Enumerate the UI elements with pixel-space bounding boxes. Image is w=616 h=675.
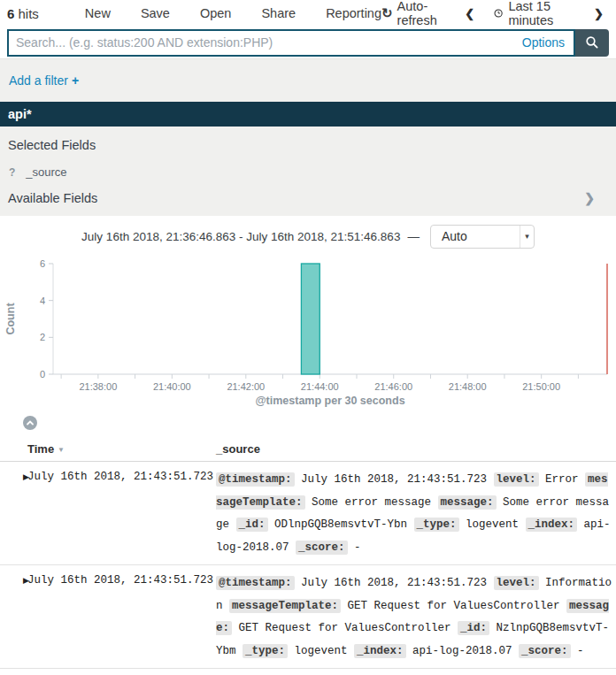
svg-text:4: 4 — [40, 295, 45, 306]
menu-item-share[interactable]: Share — [261, 6, 296, 20]
field-item-source[interactable]: ? _source — [9, 165, 607, 179]
svg-text:21:42:00: 21:42:00 — [227, 381, 265, 392]
field-key-badge: _index: — [526, 518, 578, 532]
document-table: Time▼ _source ▶July 16th 2018, 21:43:51.… — [0, 441, 616, 669]
time-forward-button[interactable]: ❯ — [590, 7, 607, 20]
chevron-up-icon — [26, 418, 35, 427]
hits-label: hits — [19, 6, 39, 21]
svg-text:21:46:00: 21:46:00 — [374, 381, 412, 392]
menu-item-open[interactable]: Open — [200, 6, 231, 20]
available-fields-row: Available Fields ❯ — [8, 191, 607, 205]
svg-text:@timestamp per 30 seconds: @timestamp per 30 seconds — [255, 395, 404, 407]
time-column-label: Time — [27, 442, 54, 456]
table-row: ▶July 16th 2018, 21:43:51.723@timestamp:… — [0, 565, 616, 669]
search-bar: Options — [0, 25, 616, 58]
index-pattern-header[interactable]: api* — [0, 102, 616, 127]
histogram-chart[interactable]: 024621:38:0021:40:0021:42:0021:44:0021:4… — [0, 253, 616, 409]
svg-text:Count: Count — [4, 303, 17, 335]
header-spacer — [0, 442, 27, 456]
row-time: July 16th 2018, 21:43:51.723 — [27, 572, 216, 663]
field-key-badge: _index: — [354, 644, 406, 658]
field-name: _source — [26, 165, 66, 179]
field-key-badge: _id: — [236, 518, 268, 532]
svg-text:6: 6 — [40, 258, 45, 269]
search-icon — [585, 35, 599, 50]
field-key-badge: _type: — [414, 518, 459, 532]
clock-icon — [494, 7, 503, 19]
expand-row-icon[interactable]: ▶ — [0, 469, 27, 559]
add-filter-label: Add a filter — [9, 73, 68, 88]
hits-count: 6 hits — [7, 6, 39, 21]
top-toolbar: 6 hits NewSaveOpenShareReporting ↻ Auto-… — [0, 0, 616, 25]
svg-text:21:50:00: 21:50:00 — [522, 381, 560, 392]
svg-text:21:38:00: 21:38:00 — [79, 381, 117, 392]
app-menu: NewSaveOpenShareReporting — [85, 6, 381, 20]
time-range-text: July 16th 2018, 21:36:46.863 - July 16th… — [81, 230, 400, 243]
table-body: ▶July 16th 2018, 21:43:51.723@timestamp:… — [0, 462, 616, 669]
auto-refresh-label: Auto-refresh — [397, 0, 446, 27]
auto-refresh-button[interactable]: ↻ Auto-refresh — [381, 0, 445, 27]
interval-select[interactable]: Auto ▾ — [430, 225, 535, 249]
field-key-badge: level: — [494, 576, 539, 590]
hits-number: 6 — [7, 6, 14, 21]
row-time: July 16th 2018, 21:43:51.723 — [27, 469, 216, 559]
search-box: Options — [7, 29, 575, 57]
table-row: ▶July 16th 2018, 21:43:51.723@timestamp:… — [0, 462, 616, 565]
column-header-source: _source — [216, 442, 616, 456]
selected-fields-heading: Selected Fields — [8, 138, 607, 152]
options-link[interactable]: Options — [522, 35, 565, 50]
menu-item-new[interactable]: New — [85, 6, 111, 20]
field-key-badge: @timestamp: — [216, 576, 295, 590]
menu-item-save[interactable]: Save — [141, 6, 170, 20]
svg-text:2: 2 — [40, 332, 45, 342]
time-range-label: Last 15 minutes — [508, 0, 574, 27]
search-input[interactable] — [16, 35, 513, 50]
row-source: @timestamp: July 16th 2018, 21:43:51.723… — [216, 469, 616, 559]
field-key-badge: _score: — [296, 541, 348, 555]
column-header-time[interactable]: Time▼ — [27, 442, 216, 456]
add-filter-button[interactable]: Add a filter+ — [9, 73, 79, 88]
svg-text:21:40:00: 21:40:00 — [153, 381, 191, 392]
row-source: @timestamp: July 16th 2018, 21:43:51.723… — [216, 572, 616, 663]
toolbar-right: ↻ Auto-refresh ❮ Last 15 minutes ❯ — [381, 0, 607, 27]
svg-text:21:48:00: 21:48:00 — [449, 381, 487, 392]
fields-panel: Selected Fields ? _source Available Fiel… — [0, 127, 616, 216]
chevron-right-icon[interactable]: ❯ — [584, 191, 595, 205]
refresh-icon: ↻ — [381, 5, 393, 21]
field-key-badge: messageTemplate: — [229, 599, 341, 613]
filter-bar: Add a filter+ — [0, 58, 616, 102]
field-type-icon: ? — [9, 166, 15, 179]
field-key-badge: message: — [438, 495, 497, 510]
dash-separator: — — [407, 230, 420, 243]
field-key-badge: _type: — [243, 644, 288, 658]
field-key-badge: _score: — [519, 644, 571, 658]
table-header: Time▼ _source — [0, 441, 616, 462]
histogram-time-range: July 16th 2018, 21:36:46.863 - July 16th… — [0, 223, 616, 249]
field-key-badge: level: — [494, 472, 539, 487]
search-button[interactable] — [575, 29, 609, 57]
plus-icon: + — [72, 73, 79, 88]
field-key-badge: @timestamp: — [216, 472, 295, 487]
available-fields-heading: Available Fields — [8, 191, 97, 205]
timepicker-button[interactable]: Last 15 minutes — [494, 0, 574, 27]
field-key-badge: _id: — [458, 621, 489, 635]
interval-selected-value: Auto — [431, 229, 520, 243]
svg-text:0: 0 — [40, 369, 45, 380]
menu-item-reporting[interactable]: Reporting — [326, 6, 381, 20]
sort-descending-icon: ▼ — [58, 446, 65, 454]
time-back-button[interactable]: ❮ — [461, 7, 478, 20]
collapse-histogram-button[interactable] — [23, 416, 37, 430]
expand-row-icon[interactable]: ▶ — [0, 572, 27, 663]
svg-text:21:44:00: 21:44:00 — [301, 381, 339, 392]
chevron-down-icon: ▾ — [520, 226, 534, 248]
